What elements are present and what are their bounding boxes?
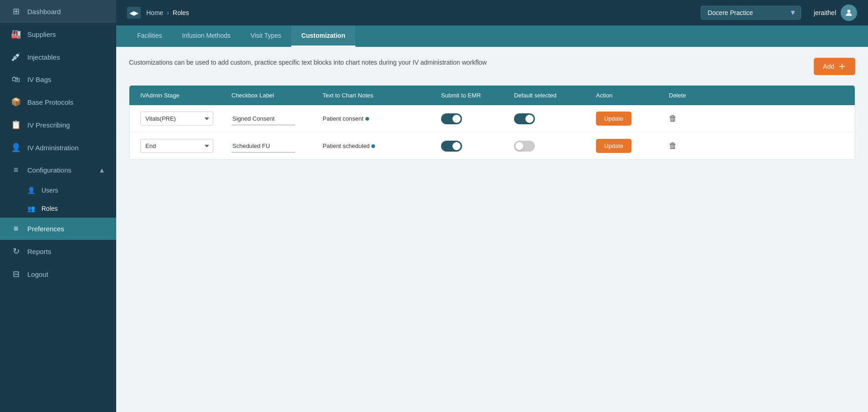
sidebar-item-iv-bags[interactable]: 🛍 IV Bags bbox=[0, 68, 116, 91]
row-1-checkbox-label-cell bbox=[228, 112, 319, 125]
row-2-default-selected-toggle[interactable] bbox=[514, 141, 535, 152]
content-area: Facilities Infusion Methods Visit Types … bbox=[116, 25, 868, 412]
row-2-text-chart-cell: Patient scheduled bbox=[319, 142, 437, 149]
row-1-info-dot-icon bbox=[365, 117, 369, 121]
toggle-icon: ◀▶ bbox=[129, 10, 139, 16]
row-2-default-selected-toggle-wrapper bbox=[514, 141, 589, 152]
iv-administration-icon: 👤 bbox=[11, 142, 21, 153]
reports-icon: ↻ bbox=[11, 246, 21, 256]
th-action: Action bbox=[592, 92, 665, 99]
svg-point-0 bbox=[847, 10, 851, 13]
row-2-submit-emr-toggle-wrapper bbox=[441, 141, 507, 152]
tabs-bar: Facilities Infusion Methods Visit Types … bbox=[116, 25, 868, 47]
table-row: Vitals(PRE) Start During End Patient con… bbox=[129, 105, 855, 132]
practice-selector-wrapper: Docere Practice ▼ bbox=[701, 6, 801, 20]
row-1-default-selected-toggle[interactable] bbox=[514, 113, 535, 124]
sidebar-item-iv-prescribing[interactable]: 📋 IV Prescribing bbox=[0, 113, 116, 136]
sidebar-sub-item-users[interactable]: 👤 Users bbox=[0, 181, 116, 199]
dashboard-icon: ⊞ bbox=[11, 6, 21, 16]
breadcrumb: Home › Roles bbox=[146, 9, 189, 16]
row-2-delete-icon[interactable]: 🗑 bbox=[669, 141, 677, 150]
row-2-stage-select[interactable]: Vitals(PRE) Start During End bbox=[140, 139, 213, 153]
sidebar: ⊞ Dashboard 🏭 Suppliers 💉 Injectables 🛍 … bbox=[0, 0, 116, 412]
row-2-submit-emr-cell bbox=[437, 141, 510, 152]
breadcrumb-separator: › bbox=[167, 9, 169, 16]
sidebar-item-base-protocols[interactable]: 📦 Base Protocols bbox=[0, 91, 116, 113]
user-icon: 👤 bbox=[27, 187, 35, 194]
row-2-default-selected-cell bbox=[510, 141, 592, 152]
sidebar-sub-item-roles[interactable]: 👥 Roles bbox=[0, 199, 116, 218]
row-2-info-dot-icon bbox=[371, 144, 375, 148]
row-2-action-cell: Update bbox=[592, 139, 665, 153]
row-1-text-chart-cell: Patient consent bbox=[319, 115, 437, 122]
table-row: Vitals(PRE) Start During End Patient sch… bbox=[129, 132, 855, 159]
tab-infusion-methods[interactable]: Infusion Methods bbox=[172, 25, 241, 47]
row-1-text-chart-value: Patient consent bbox=[323, 115, 364, 122]
row-1-submit-emr-cell bbox=[437, 113, 510, 124]
row-1-delete-cell: 🗑 bbox=[665, 114, 711, 123]
row-2-checkbox-label-cell bbox=[228, 140, 319, 153]
customization-table: IVAdmin Stage Checkbox Label Text to Cha… bbox=[129, 85, 855, 160]
breadcrumb-home[interactable]: Home bbox=[146, 9, 163, 16]
description-row: Customizations can be used to add custom… bbox=[129, 58, 855, 75]
topbar: ◀▶ Home › Roles Docere Practice ▼ jerait… bbox=[116, 0, 868, 25]
description-text: Customizations can be used to add custom… bbox=[129, 58, 487, 67]
th-ivadmin-stage: IVAdmin Stage bbox=[137, 92, 228, 99]
configurations-submenu: 👤 Users 👥 Roles bbox=[0, 181, 116, 218]
sidebar-item-iv-administration[interactable]: 👤 IV Administration bbox=[0, 136, 116, 159]
sidebar-item-injectables[interactable]: 💉 Injectables bbox=[0, 46, 116, 68]
sidebar-item-logout[interactable]: ⊟ Logout bbox=[0, 263, 116, 285]
preferences-icon: ≡ bbox=[11, 224, 21, 234]
svg-rect-2 bbox=[839, 66, 845, 67]
th-delete: Delete bbox=[665, 92, 711, 99]
breadcrumb-current: Roles bbox=[173, 9, 189, 16]
row-2-update-button[interactable]: Update bbox=[596, 139, 632, 153]
row-2-checkbox-label-input[interactable] bbox=[231, 140, 295, 153]
iv-bags-icon: 🛍 bbox=[11, 75, 21, 84]
user-info: jeraithel bbox=[814, 5, 857, 21]
row-2-text-chart-value: Patient scheduled bbox=[323, 142, 370, 149]
sidebar-item-configurations[interactable]: ≡ Configurations ▲ bbox=[0, 159, 116, 181]
row-1-stage-select[interactable]: Vitals(PRE) Start During End bbox=[140, 112, 213, 126]
row-1-submit-emr-toggle-wrapper bbox=[441, 113, 507, 124]
row-1-default-selected-cell bbox=[510, 113, 592, 124]
tab-visit-types[interactable]: Visit Types bbox=[241, 25, 291, 47]
row-1-default-selected-toggle-wrapper bbox=[514, 113, 589, 124]
row-2-delete-cell: 🗑 bbox=[665, 141, 711, 151]
row-2-stage-cell: Vitals(PRE) Start During End bbox=[137, 139, 228, 153]
row-2-submit-emr-toggle[interactable] bbox=[441, 141, 462, 152]
suppliers-icon: 🏭 bbox=[11, 29, 21, 39]
injectables-icon: 💉 bbox=[11, 52, 21, 62]
roles-icon: 👥 bbox=[27, 205, 35, 212]
configurations-icon: ≡ bbox=[11, 165, 21, 175]
sidebar-item-dashboard[interactable]: ⊞ Dashboard bbox=[0, 0, 116, 23]
row-1-submit-emr-toggle[interactable] bbox=[441, 113, 462, 124]
page-body: Customizations can be used to add custom… bbox=[116, 47, 868, 171]
row-1-update-button[interactable]: Update bbox=[596, 112, 632, 126]
base-protocols-icon: 📦 bbox=[11, 97, 21, 107]
th-submit-emr: Submit to EMR bbox=[437, 92, 510, 99]
add-button[interactable]: Add bbox=[814, 58, 855, 75]
iv-prescribing-icon: 📋 bbox=[11, 120, 21, 130]
sidebar-item-reports[interactable]: ↻ Reports bbox=[0, 240, 116, 263]
table-header: IVAdmin Stage Checkbox Label Text to Cha… bbox=[129, 86, 855, 105]
th-checkbox-label: Checkbox Label bbox=[228, 92, 319, 99]
sidebar-toggle-button[interactable]: ◀▶ bbox=[127, 7, 141, 19]
username-label: jeraithel bbox=[814, 9, 836, 16]
logout-icon: ⊟ bbox=[11, 269, 21, 279]
chevron-up-icon: ▲ bbox=[98, 166, 105, 174]
tab-facilities[interactable]: Facilities bbox=[127, 25, 172, 47]
tab-customization[interactable]: Customization bbox=[291, 25, 355, 47]
sidebar-item-suppliers[interactable]: 🏭 Suppliers bbox=[0, 23, 116, 46]
th-text-to-chart: Text to Chart Notes bbox=[319, 92, 437, 99]
main-area: ◀▶ Home › Roles Docere Practice ▼ jerait… bbox=[116, 0, 868, 412]
row-1-checkbox-label-input[interactable] bbox=[231, 112, 295, 125]
row-1-stage-cell: Vitals(PRE) Start During End bbox=[137, 112, 228, 126]
avatar bbox=[841, 5, 857, 21]
row-1-action-cell: Update bbox=[592, 112, 665, 126]
practice-select[interactable]: Docere Practice bbox=[701, 6, 801, 20]
row-1-delete-icon[interactable]: 🗑 bbox=[669, 114, 677, 123]
sidebar-item-preferences[interactable]: ≡ Preferences bbox=[0, 218, 116, 240]
th-default-selected: Default selected bbox=[510, 92, 592, 99]
